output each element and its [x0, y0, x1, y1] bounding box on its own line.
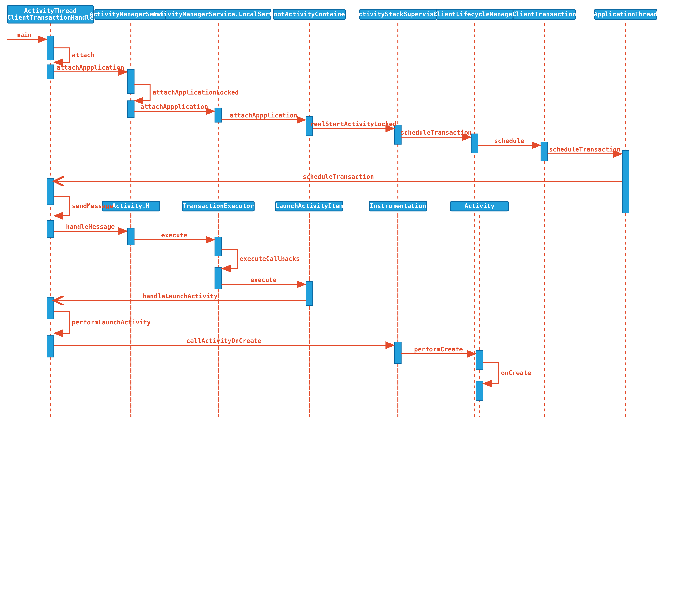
- activation: [47, 36, 54, 60]
- msg-label: scheduleTransaction: [303, 173, 374, 180]
- activation: [47, 65, 54, 79]
- sequence-diagram: ActivityThread/ClientTransactionHandlerA…: [0, 0, 700, 422]
- activation: [622, 151, 629, 213]
- participant-label: ClientTransaction: [512, 10, 576, 18]
- activation: [47, 297, 54, 319]
- msg-label: attachApplicationLocked: [152, 89, 239, 96]
- msg-label: attachAppplication: [230, 112, 297, 119]
- msg-label: handleMessage: [66, 223, 115, 230]
- msg-label: realStartActivityLocked: [310, 120, 397, 128]
- msg-label: callActivityOnCreate: [186, 337, 261, 344]
- msg-label: sendMessage: [72, 202, 113, 209]
- participant-label: ActivityStackSupervisor: [355, 10, 441, 18]
- participant-label: Instrumentation: [370, 202, 426, 209]
- activation: [306, 281, 312, 305]
- participant-label: ApplicationThread: [594, 10, 657, 18]
- activation: [215, 237, 222, 256]
- msg-label: schedule: [494, 137, 524, 144]
- msg-executeCallbacks: [222, 249, 237, 269]
- activation: [47, 221, 54, 237]
- participant-label: ClientLifecycleManager: [433, 10, 516, 18]
- msg-label: scheduleTransaction: [400, 129, 472, 136]
- msg-label: executeCallbacks: [240, 255, 300, 262]
- activation: [47, 178, 54, 205]
- activation: [476, 381, 483, 400]
- msg-onCreate: [483, 362, 499, 384]
- activation: [471, 134, 478, 153]
- msg-label: attachAppplication: [141, 103, 208, 110]
- participant-label: RootActivityContainer: [270, 10, 349, 18]
- msg-label: execute: [161, 232, 188, 239]
- participant-label: LaunchActivityItem: [276, 202, 343, 209]
- msg-label: performCreate: [414, 346, 463, 353]
- activation: [128, 228, 134, 245]
- msg-label: attachAppplication: [56, 64, 124, 71]
- participant-label: Activity: [465, 202, 494, 209]
- participant-label: ActivityManagerService.LocalService: [152, 10, 284, 18]
- msg-label: performLaunchActivity: [72, 319, 151, 326]
- participant-label: Activity.H: [112, 202, 150, 209]
- participant-label: TransactionExecutor: [182, 202, 254, 209]
- activation: [541, 142, 548, 161]
- participant-label: /ClientTransactionHandler: [3, 14, 97, 21]
- activation: [215, 268, 222, 289]
- msg-label: scheduleTransaction: [549, 146, 620, 153]
- msg-performLaunchActivity: [54, 312, 70, 333]
- msg-label: execute: [250, 276, 277, 283]
- msg-label: main: [17, 31, 31, 39]
- activation: [476, 350, 483, 370]
- msg-attach: [54, 48, 70, 62]
- msg-label: handleLaunchActivity: [143, 293, 218, 300]
- participant-label: ActivityThread: [24, 7, 77, 14]
- activation: [128, 70, 134, 94]
- activation: [128, 101, 134, 118]
- msg-sendMessage: [54, 197, 70, 216]
- activation: [395, 342, 401, 363]
- msg-label: onCreate: [501, 369, 531, 376]
- activation: [215, 108, 222, 122]
- msg-attachApplicationLocked: [134, 84, 150, 101]
- msg-label: attach: [72, 51, 95, 58]
- activation: [47, 335, 54, 357]
